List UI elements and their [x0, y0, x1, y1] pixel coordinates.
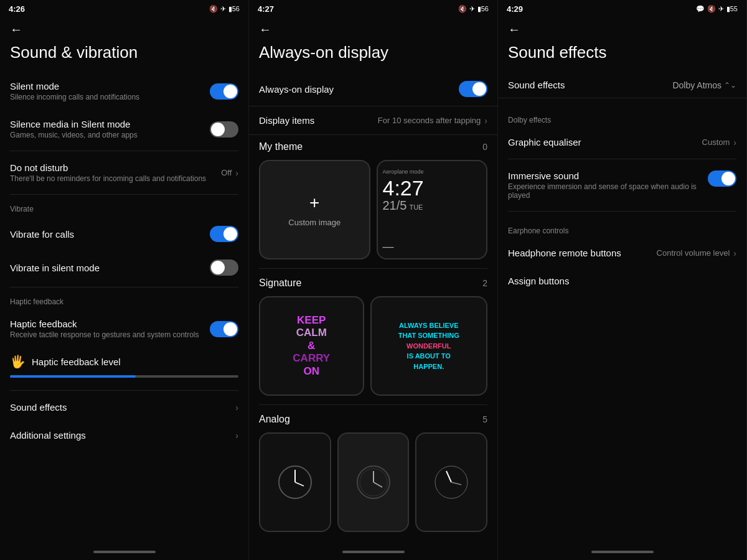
- immersive-toggle[interactable]: [708, 170, 736, 187]
- mute-icon-2: 🔇: [458, 5, 467, 13]
- dolby-value-display: Dolby Atmos ⌃⌄: [672, 80, 736, 90]
- svg-line-2: [295, 482, 304, 486]
- analog-card-1[interactable]: [259, 432, 331, 532]
- headphone-label: Headphone remote buttons: [508, 248, 621, 258]
- bottom-bar-3: [498, 548, 746, 560]
- signature-title: Signature: [259, 278, 302, 289]
- haptic-level-label: Haptic feedback level: [32, 357, 121, 367]
- battery-icon: ▮56: [228, 5, 240, 13]
- sound-effects-main-label: Sound effects: [508, 80, 565, 90]
- setting-sound-effects[interactable]: Sound effects ›: [0, 393, 248, 421]
- clock-card[interactable]: Aeroplane mode 4:27 21/5 TUE —: [377, 160, 488, 259]
- status-bar-1: 4:26 🔇 ✈ ▮56: [0, 0, 248, 17]
- status-icons-3: 💬 🔇 ✈ ▮55: [696, 5, 738, 13]
- sound-effects-chevron: ›: [235, 403, 238, 413]
- haptic-level-row: 🖐 Haptic feedback level: [0, 348, 248, 388]
- display-items-label: Display items: [259, 115, 314, 126]
- mute-icon-3: 🔇: [707, 5, 716, 13]
- add-icon: +: [309, 193, 319, 213]
- status-bar-2: 4:27 🔇 ✈ ▮56: [249, 0, 497, 17]
- setting-haptic[interactable]: Haptic feedback Receive tactile response…: [0, 310, 248, 348]
- sound-effects-main-row[interactable]: Sound effects Dolby Atmos ⌃⌄: [498, 72, 746, 98]
- setting-silent-mode[interactable]: Silent mode Silence incoming calls and n…: [0, 72, 248, 110]
- setting-additional[interactable]: Additional settings ›: [0, 421, 248, 449]
- dolby-atmos-text: Dolby Atmos: [672, 80, 721, 90]
- headphone-row[interactable]: Headphone remote buttons Control volume …: [498, 239, 746, 267]
- divider-se-1: [508, 159, 736, 159]
- aod-toggle-row[interactable]: Always-on display: [249, 72, 497, 106]
- aod-toggle[interactable]: [459, 81, 487, 97]
- haptic-toggle[interactable]: [210, 321, 238, 337]
- signature-count: 2: [482, 278, 487, 288]
- analog-count: 5: [482, 414, 487, 424]
- haptic-slider-track[interactable]: [10, 375, 238, 378]
- vibrate-silent-thumb: [211, 261, 225, 274]
- clock-date: 21/5: [383, 198, 407, 213]
- analog-clock-svg-2: [355, 464, 392, 501]
- analog-clock-svg: [276, 464, 314, 501]
- graphic-eq-row[interactable]: Graphic equaliser Custom ›: [498, 128, 746, 156]
- setting-dnd[interactable]: Do not disturb There'll be no reminders …: [0, 154, 248, 192]
- vibrate-calls-toggle[interactable]: [210, 226, 238, 242]
- setting-silence-media[interactable]: Silence media in Silent mode Games, musi…: [0, 110, 248, 148]
- my-theme-title: My theme: [259, 141, 303, 152]
- divider-aod-1: [259, 268, 487, 269]
- bottom-pill-1: [93, 551, 156, 553]
- silent-mode-toggle[interactable]: [210, 83, 238, 100]
- setting-vibrate-silent[interactable]: Vibrate in silent mode: [0, 251, 248, 284]
- immersive-sublabel: Experience immersion and sense of space …: [508, 182, 702, 200]
- analog-card-2[interactable]: [337, 432, 410, 532]
- silence-media-toggle-thumb: [211, 123, 225, 136]
- dnd-chevron: ›: [235, 168, 238, 178]
- back-button-3[interactable]: ←: [508, 22, 520, 36]
- vibrate-silent-toggle[interactable]: [210, 259, 238, 276]
- dnd-value: Off: [221, 168, 232, 177]
- additional-settings-label: Additional settings: [10, 430, 235, 441]
- display-items-value: For 10 seconds after tapping: [378, 116, 481, 125]
- status-icons-2: 🔇 ✈ ▮56: [458, 5, 489, 13]
- vibrate-calls-label: Vibrate for calls: [10, 229, 210, 240]
- back-button-2[interactable]: ←: [259, 22, 271, 36]
- aod-thumb: [472, 82, 486, 96]
- setting-vibrate-calls[interactable]: Vibrate for calls: [0, 217, 248, 251]
- assign-buttons-label: Assign buttons: [508, 276, 569, 286]
- believe-text: ALWAYS BELIEVETHAT SOMETHINGWONDERFULIS …: [398, 320, 459, 372]
- divider-1: [10, 151, 238, 151]
- keep-calm-card[interactable]: KEEP CALM & CARRY ON: [259, 296, 364, 396]
- divider-2: [10, 194, 238, 195]
- haptic-label: Haptic feedback: [10, 319, 210, 329]
- graphic-eq-value: Custom: [702, 138, 730, 147]
- silence-media-toggle[interactable]: [210, 121, 238, 138]
- bottom-pill-3: [591, 551, 654, 553]
- believe-card[interactable]: ALWAYS BELIEVETHAT SOMETHINGWONDERFULIS …: [370, 296, 488, 396]
- dolby-effects-section: Dolby effects: [498, 108, 746, 128]
- custom-image-card[interactable]: + Custom image: [259, 160, 370, 259]
- haptic-thumb: [223, 322, 237, 336]
- display-items-row[interactable]: Display items For 10 seconds after tappi…: [249, 106, 497, 135]
- panel-aod: 4:27 🔇 ✈ ▮56 ← Always-on display Always-…: [249, 0, 498, 560]
- back-button-1[interactable]: ←: [10, 22, 22, 36]
- silence-media-sublabel: Games, music, videos, and other apps: [10, 131, 210, 139]
- bottom-bar-2: [249, 548, 497, 560]
- graphic-eq-label: Graphic equaliser: [508, 137, 581, 147]
- bottom-bar-1: [0, 548, 248, 560]
- battery-icon-3: ▮55: [726, 5, 738, 13]
- battery-icon-2: ▮56: [477, 5, 489, 13]
- divider-se-2: [508, 211, 736, 212]
- graphic-eq-chevron: ›: [733, 138, 736, 147]
- svg-line-6: [374, 482, 382, 487]
- analog-card-3[interactable]: [415, 432, 487, 532]
- top-nav-1: ←: [0, 17, 248, 39]
- display-items-chevron: ›: [484, 116, 487, 126]
- assign-buttons-row[interactable]: Assign buttons: [498, 267, 746, 295]
- sound-effects-label: Sound effects: [10, 402, 235, 413]
- signature-cards: KEEP CALM & CARRY ON ALWAYS BELIEVETHAT …: [259, 296, 487, 396]
- divider-aod-2: [259, 404, 487, 405]
- divider-4: [10, 390, 238, 391]
- my-theme-section: My theme 0 + Custom image Aeroplane mode…: [249, 135, 497, 266]
- status-bar-3: 4:29 💬 🔇 ✈ ▮55: [498, 0, 746, 17]
- airplane-icon: ✈: [220, 5, 226, 13]
- svg-line-8: [446, 471, 451, 482]
- immersive-sound-row[interactable]: Immersive sound Experience immersion and…: [498, 162, 746, 208]
- haptic-icon: 🖐: [10, 354, 26, 369]
